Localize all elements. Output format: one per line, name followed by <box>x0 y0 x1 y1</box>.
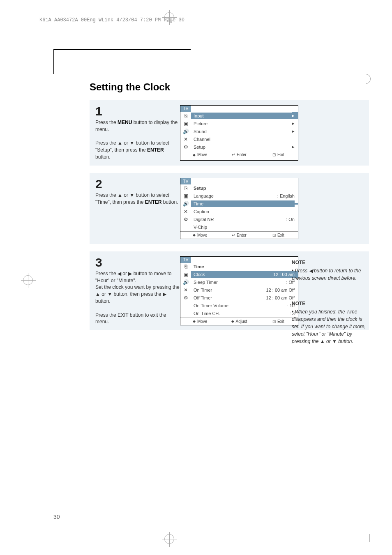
menu-arrow: ▸ <box>292 121 298 126</box>
menu-label: Caption <box>191 209 295 214</box>
text: button. <box>95 154 111 160</box>
menu-label: On Timer Volume <box>191 303 287 308</box>
menu-label: Channel <box>191 137 295 142</box>
note-body: • Press ◀ button to return to the previo… <box>292 268 361 281</box>
menu-label: Language <box>191 193 277 198</box>
step-1-text: 1 Press the MENU button to display the m… <box>95 105 180 161</box>
input-icon: ⎘ <box>180 264 191 269</box>
menu-row-ontimervol: On Timer Volume : 10 <box>180 302 298 310</box>
step-2: 2 Press the ▲ or ▼ button to select "Tim… <box>90 173 369 244</box>
menu-row-clock: ▣ Clock 12 : 00 am <box>180 271 298 279</box>
menu-row-digitalnr: ⚙ Digital NR : On <box>180 216 298 223</box>
footer-exit: Exit <box>277 319 284 324</box>
menu-heading: ⎘ Time <box>180 263 298 271</box>
text: Press the ◀ or ▶ button to move to "Hour… <box>95 270 180 284</box>
menu-label: Sleep Timer <box>191 280 286 285</box>
updown-icon: ◆ <box>231 319 234 323</box>
footer-move: Move <box>197 152 207 157</box>
picture-icon: ▣ <box>180 193 191 199</box>
updown-icon: ◆ <box>193 233 196 237</box>
exit-icon: ⊡ <box>272 152 276 157</box>
menu-value: 12 : 00 am Off <box>266 288 298 292</box>
step-number: 3 <box>95 256 180 269</box>
print-header: K61A_AA03472A_00Eng_WLink 4/23/04 7:20 P… <box>39 17 184 23</box>
setup-icon: ⚙ <box>180 144 191 150</box>
sound-icon: 🔊 <box>180 201 191 207</box>
menu-row-sound: 🔊 Sound ▸ <box>180 127 298 135</box>
menu-row-vchip: V-Chip <box>180 223 298 231</box>
osd-menu-main: TV ⎘ Input ▸ ▣ Picture ▸ 🔊 Sound ▸ ✕ Cha… <box>180 105 298 161</box>
text: Set the clock you want by pressing the ▲… <box>95 284 180 304</box>
input-icon: ⎘ <box>180 185 191 191</box>
leftright-icon: ◆ <box>193 319 196 323</box>
setup-heading: Setup <box>191 186 298 191</box>
menu-label: Digital NR <box>191 217 286 222</box>
enter-keyword: ENTER <box>145 199 162 205</box>
menu-row-offtimer: ⚙ Off Timer 12 : 00 am Off <box>180 294 298 302</box>
menu-row-sleep: 🔊 Sleep Timer : Off <box>180 279 298 286</box>
footer-move: Move <box>197 319 207 324</box>
channel-icon: ✕ <box>180 209 191 214</box>
menu-arrow: ▸ <box>292 144 298 150</box>
page-corner-frame <box>53 49 191 74</box>
input-icon: ⎘ <box>180 113 191 119</box>
page-title: Setting the Clock <box>90 81 369 93</box>
menu-row-ontimech: On-Time CH. : 3 <box>180 310 298 318</box>
menu-arrow: ▸ <box>292 129 298 134</box>
page-number: 30 <box>53 514 60 520</box>
footer-adjust: Adjust <box>236 319 247 324</box>
enter-keyword: ENTER <box>147 147 164 153</box>
channel-icon: ✕ <box>180 287 191 293</box>
note-title: NOTE <box>292 259 367 266</box>
tv-badge: TV <box>180 257 191 263</box>
menu-heading: ⎘ Setup <box>180 184 298 192</box>
menu-row-ontimer: ✕ On Timer 12 : 00 am Off <box>180 286 298 294</box>
footer-enter: Enter <box>237 152 247 157</box>
registration-mark-corner <box>362 534 370 542</box>
menu-keyword: MENU <box>118 120 132 125</box>
osd-menu-time: TV ⎘ Time ▣ Clock 12 : 00 am 🔊 Sleep Tim… <box>180 256 298 325</box>
text: Press the EXIT button to exit the menu. <box>95 312 180 326</box>
menu-label: V-Chip <box>191 225 295 230</box>
note-1: NOTE • Press ◀ button to return to the p… <box>292 259 367 282</box>
step-number: 1 <box>95 105 180 117</box>
menu-label: Off Timer <box>191 295 266 300</box>
text: Press the <box>95 120 118 125</box>
menu-label: Time <box>191 200 295 207</box>
step-number: 2 <box>95 178 180 190</box>
time-heading: Time <box>191 264 298 269</box>
sound-icon: 🔊 <box>180 129 191 134</box>
menu-row-language: ▣ Language : English <box>180 192 298 200</box>
step-1: 1 Press the MENU button to display the m… <box>90 100 369 166</box>
tv-badge: TV <box>180 106 191 112</box>
menu-value: : English <box>277 193 298 198</box>
menu-label: On-Time CH. <box>191 311 290 316</box>
tv-badge: TV <box>180 178 191 184</box>
menu-footer: ◆Move ↵Enter ⊡Exit <box>180 151 298 158</box>
menu-footer: ◆Move ◆Adjust ⊡Exit <box>180 318 298 325</box>
menu-label: On Timer <box>191 288 266 292</box>
menu-row-caption: ✕ Caption <box>180 208 298 216</box>
step-3-text: 3 Press the ◀ or ▶ button to move to "Ho… <box>95 256 180 325</box>
footer-exit: Exit <box>277 152 284 157</box>
picture-icon: ▣ <box>180 121 191 127</box>
osd-menu-setup: TV ⎘ Setup ▣ Language : English 🔊 Time ✕… <box>180 178 298 239</box>
note-body: • When you finished, the Time disappears… <box>292 309 366 344</box>
menu-row-picture: ▣ Picture ▸ <box>180 120 298 127</box>
menu-label: Clock <box>191 271 273 278</box>
enter-icon: ↵ <box>232 152 235 157</box>
updown-icon: ◆ <box>193 153 196 157</box>
menu-label: Picture <box>191 121 292 126</box>
text: button. <box>161 199 178 205</box>
menu-row-channel: ✕ Channel <box>180 135 298 143</box>
footer-exit: Exit <box>277 233 284 237</box>
footer-move: Move <box>197 233 207 237</box>
channel-icon: ✕ <box>180 136 191 142</box>
note-2: NOTE • When you finished, the Time disap… <box>292 300 367 345</box>
menu-footer: ◆Move ↵Enter ⊡Exit <box>180 231 298 239</box>
setup-icon: ⚙ <box>180 295 191 301</box>
sound-icon: 🔊 <box>180 279 191 285</box>
step-2-text: 2 Press the ▲ or ▼ button to select "Tim… <box>95 178 180 239</box>
registration-mark-left <box>23 275 33 285</box>
menu-label: Input <box>191 113 292 119</box>
